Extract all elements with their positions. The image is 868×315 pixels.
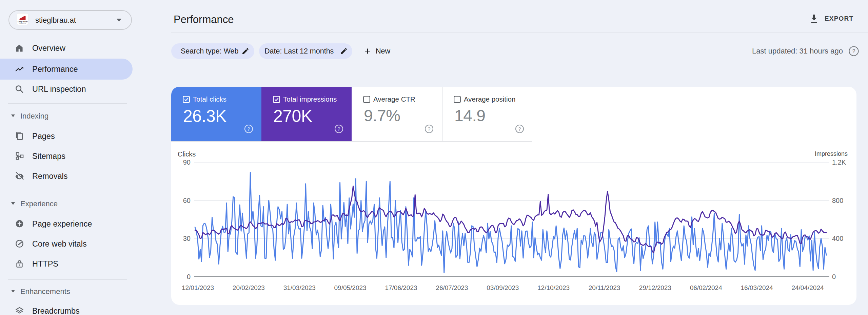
svg-text:?: ? — [518, 126, 521, 132]
svg-text:?: ? — [247, 126, 250, 132]
svg-text:INNSBRUCK: INNSBRUCK — [19, 23, 26, 24]
svg-text:?: ? — [852, 48, 855, 54]
svg-text:Stiegl-Bräu: Stiegl-Bräu — [18, 20, 28, 23]
svg-text:?: ? — [337, 126, 340, 132]
svg-text:?: ? — [428, 126, 430, 132]
